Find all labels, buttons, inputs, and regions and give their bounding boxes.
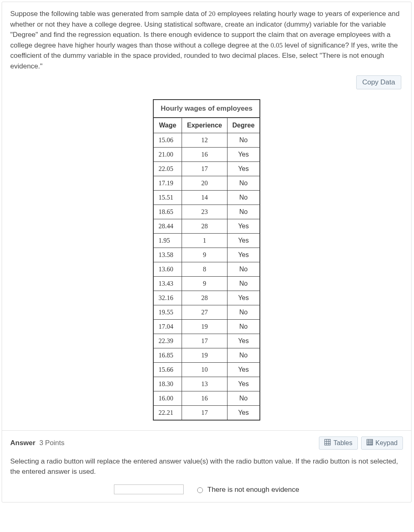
answer-points: 3 Points	[39, 439, 64, 447]
cell-wage: 13.43	[153, 276, 182, 291]
column-header-experience: Experience	[182, 118, 227, 133]
cell-experience: 28	[182, 291, 227, 305]
keypad-button[interactable]: Keypad	[361, 437, 403, 450]
table-row: 22.3917Yes	[153, 334, 260, 348]
cell-degree: No	[227, 205, 260, 219]
cell-wage: 22.05	[153, 161, 182, 176]
cell-degree: Yes	[227, 362, 260, 377]
keypad-button-label: Keypad	[375, 439, 398, 447]
not-enough-evidence-option[interactable]: There is not enough evidence	[195, 484, 299, 495]
cell-wage: 13.58	[153, 248, 182, 262]
cell-wage: 17.19	[153, 176, 182, 190]
cell-degree: Yes	[227, 233, 260, 248]
cell-wage: 15.66	[153, 362, 182, 377]
answer-header: Answer 3 Points Tables Keypad	[10, 437, 403, 450]
table-row: 32.1628Yes	[153, 291, 260, 305]
question-text-pre: Suppose the following table was generate…	[10, 10, 209, 18]
cell-experience: 8	[182, 262, 227, 276]
cell-experience: 9	[182, 276, 227, 291]
cell-degree: No	[227, 391, 260, 405]
answer-header-left: Answer 3 Points	[10, 438, 64, 448]
cell-degree: No	[227, 319, 260, 334]
data-table: Hourly wages of employees Wage Experienc…	[153, 99, 260, 421]
cell-wage: 22.21	[153, 405, 182, 420]
cell-wage: 21.00	[153, 147, 182, 161]
cell-experience: 19	[182, 348, 227, 362]
table-row: 13.589Yes	[153, 248, 260, 262]
alpha-level: 0.05	[271, 41, 283, 49]
answer-helper-text: Selecting a radio button will replace th…	[10, 456, 403, 477]
copy-data-button[interactable]: Copy Data	[356, 75, 401, 89]
column-header-degree: Degree	[227, 118, 260, 133]
cell-experience: 27	[182, 305, 227, 319]
column-header-wage: Wage	[153, 118, 182, 133]
cell-degree: Yes	[227, 377, 260, 391]
cell-degree: No	[227, 348, 260, 362]
copy-data-row: Copy Data	[10, 75, 403, 89]
tables-button-label: Tables	[333, 439, 352, 447]
not-enough-evidence-label: There is not enough evidence	[207, 484, 299, 495]
cell-degree: No	[227, 276, 260, 291]
cell-wage: 13.60	[153, 262, 182, 276]
cell-experience: 17	[182, 161, 227, 176]
cell-wage: 18.30	[153, 377, 182, 391]
answer-header-right: Tables Keypad	[319, 437, 403, 450]
table-row: 18.6523No	[153, 205, 260, 219]
cell-experience: 9	[182, 248, 227, 262]
table-row: 19.5527No	[153, 305, 260, 319]
cell-experience: 17	[182, 405, 227, 420]
table-row: 1.951Yes	[153, 233, 260, 248]
table-row: 15.6610Yes	[153, 362, 260, 377]
cell-degree: Yes	[227, 219, 260, 233]
cell-experience: 10	[182, 362, 227, 377]
cell-degree: No	[227, 133, 260, 147]
cell-wage: 15.06	[153, 133, 182, 147]
svg-rect-0	[325, 439, 330, 445]
table-row: 13.608No	[153, 262, 260, 276]
cell-wage: 22.39	[153, 334, 182, 348]
answer-label: Answer	[10, 439, 35, 447]
sample-size: 20	[209, 10, 216, 18]
table-row: 17.0419No	[153, 319, 260, 334]
question-panel: Suppose the following table was generate…	[2, 2, 412, 502]
table-row: 21.0016Yes	[153, 147, 260, 161]
cell-experience: 16	[182, 391, 227, 405]
cell-wage: 16.85	[153, 348, 182, 362]
table-row: 28.4428Yes	[153, 219, 260, 233]
keypad-icon	[366, 439, 373, 447]
cell-degree: Yes	[227, 147, 260, 161]
table-row: 15.0612No	[153, 133, 260, 147]
table-row: 16.0016No	[153, 391, 260, 405]
question-text: Suppose the following table was generate…	[10, 9, 403, 71]
cell-degree: No	[227, 305, 260, 319]
tables-icon	[324, 439, 331, 447]
cell-wage: 1.95	[153, 233, 182, 248]
not-enough-evidence-radio[interactable]	[197, 487, 203, 493]
cell-experience: 13	[182, 377, 227, 391]
cell-degree: Yes	[227, 248, 260, 262]
cell-experience: 17	[182, 334, 227, 348]
table-row: 15.5114No	[153, 190, 260, 205]
cell-degree: No	[227, 190, 260, 205]
tables-button[interactable]: Tables	[319, 437, 357, 450]
cell-experience: 19	[182, 319, 227, 334]
data-table-header-row: Wage Experience Degree	[153, 118, 260, 133]
table-row: 13.439No	[153, 276, 260, 291]
cell-experience: 20	[182, 176, 227, 190]
table-row: 16.8519No	[153, 348, 260, 362]
cell-experience: 1	[182, 233, 227, 248]
table-row: 17.1920No	[153, 176, 260, 190]
data-table-caption: Hourly wages of employees	[153, 99, 260, 117]
cell-degree: No	[227, 176, 260, 190]
answer-section: Answer 3 Points Tables Keypad Sele	[2, 430, 411, 502]
cell-degree: Yes	[227, 161, 260, 176]
table-row: 22.0517Yes	[153, 161, 260, 176]
cell-wage: 17.04	[153, 319, 182, 334]
cell-wage: 18.65	[153, 205, 182, 219]
cell-experience: 23	[182, 205, 227, 219]
cell-degree: Yes	[227, 334, 260, 348]
cell-degree: Yes	[227, 405, 260, 420]
coefficient-input[interactable]	[114, 484, 184, 494]
cell-degree: No	[227, 262, 260, 276]
cell-wage: 28.44	[153, 219, 182, 233]
